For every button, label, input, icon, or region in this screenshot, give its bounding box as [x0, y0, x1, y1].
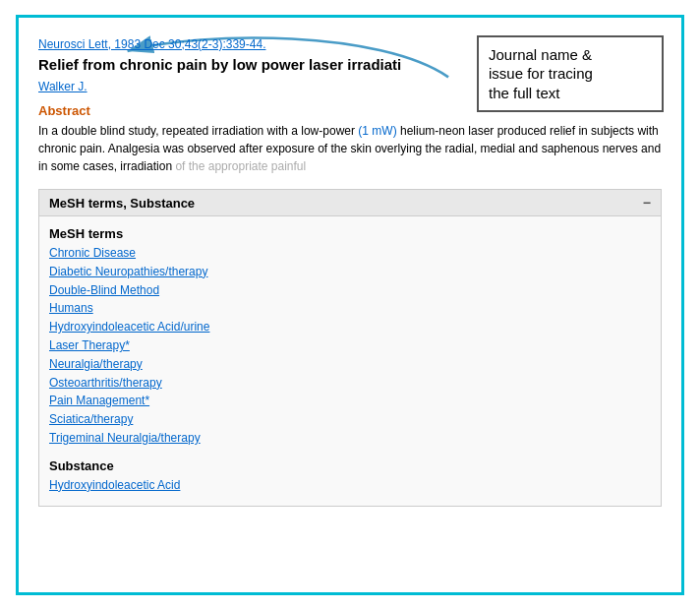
- article-title: Relief from chronic pain by low power la…: [38, 55, 662, 75]
- mesh-term-2[interactable]: Double-Blind Method: [49, 282, 651, 299]
- mesh-term-7[interactable]: Osteoarthritis/therapy: [49, 375, 651, 392]
- faded-text: of the appropriate painful: [175, 159, 306, 173]
- author-line[interactable]: Walker J.: [38, 80, 662, 93]
- mesh-term-6[interactable]: Neuralgia/therapy: [49, 356, 651, 373]
- mesh-term-9[interactable]: Sciatica/therapy: [49, 411, 651, 428]
- mesh-collapse-button[interactable]: −: [643, 195, 651, 211]
- highlight-mw: (1 mW): [358, 124, 396, 138]
- mesh-header: MeSH terms, Substance −: [39, 190, 661, 216]
- mesh-term-10[interactable]: Trigeminal Neuralgia/therapy: [49, 430, 651, 447]
- mesh-term-5[interactable]: Laser Therapy*: [49, 337, 651, 354]
- substance-label: Substance: [49, 458, 651, 473]
- abstract-text: In a double blind study, repeated irradi…: [38, 122, 662, 175]
- mesh-section: MeSH terms, Substance − MeSH terms Chron…: [38, 189, 662, 507]
- main-container: Journal name & issue for tracing the ful…: [16, 15, 684, 595]
- mesh-body: MeSH terms Chronic Disease Diabetic Neur…: [39, 216, 661, 458]
- mesh-term-4[interactable]: Hydroxyindoleacetic Acid/urine: [49, 319, 651, 335]
- mesh-term-3[interactable]: Humans: [49, 300, 651, 317]
- citation-line[interactable]: Neurosci Lett, 1983 Dec 30;43(2-3):339-4…: [38, 37, 662, 51]
- mesh-terms-label: MeSH terms: [49, 226, 651, 241]
- mesh-term-8[interactable]: Pain Management*: [49, 393, 651, 409]
- substance-0[interactable]: Hydroxyindoleacetic Acid: [49, 477, 651, 494]
- mesh-term-1[interactable]: Diabetic Neuropathies/therapy: [49, 264, 651, 280]
- article-content: Neurosci Lett, 1983 Dec 30;43(2-3):339-4…: [38, 37, 662, 507]
- mesh-term-0[interactable]: Chronic Disease: [49, 245, 651, 262]
- mesh-header-label: MeSH terms, Substance: [49, 196, 195, 211]
- mesh-terms-col: MeSH terms Chronic Disease Diabetic Neur…: [49, 226, 651, 449]
- substance-section: Substance Hydroxyindoleacetic Acid: [39, 458, 661, 506]
- abstract-label: Abstract: [38, 103, 662, 118]
